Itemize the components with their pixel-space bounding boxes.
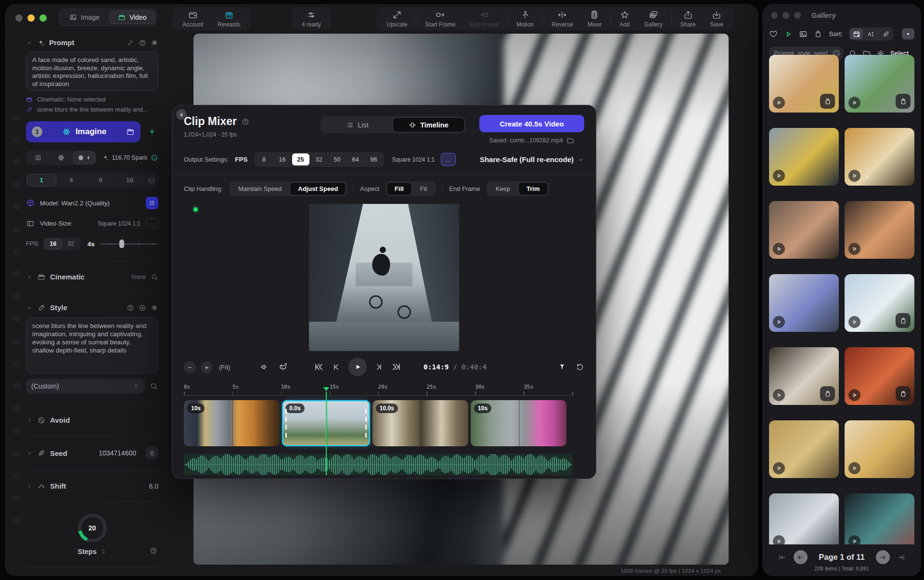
imagine-button[interactable]: 1 Imagine [26,121,141,142]
timeline-clip-dalmatian-dogs-clip[interactable]: 10.0s [372,400,468,446]
output-fps-option-50[interactable]: 50 [329,153,346,165]
output-fps-option-25[interactable]: 25 [292,153,309,165]
slider-knob[interactable] [119,240,124,248]
images-filter-icon[interactable] [799,30,808,38]
play-icon[interactable] [773,170,785,182]
clear-prompt-icon[interactable] [151,39,158,47]
loop-off-icon[interactable] [278,362,288,372]
speaker-icon[interactable] [260,362,270,372]
search-icon[interactable] [151,273,158,281]
favorites-filter-icon[interactable] [769,30,778,38]
prompt-input[interactable]: A face made of colored sand, artistic, m… [26,51,158,91]
play-icon[interactable] [773,389,785,401]
sort-by-name-button[interactable] [864,28,877,39]
play-icon[interactable] [773,243,785,255]
prompt-header[interactable]: Prompt [26,38,158,47]
video-size-row[interactable]: Video Size: Square 1024 1:1 ... [26,218,158,228]
batch-option-1[interactable]: 1 [27,174,56,186]
speed-option-adjust-speed[interactable]: Adjust Speed [290,183,346,195]
account-button[interactable]: Account [175,10,210,28]
archive-filter-icon[interactable] [814,30,822,38]
gallery-thumbnail-singing-woman[interactable] [845,201,914,259]
aspect-option-fill[interactable]: Fill [387,183,411,195]
zoom-in-button[interactable]: + [201,361,213,373]
model-grid-button[interactable] [146,197,158,209]
sidebar-fps-option-16[interactable]: 16 [44,239,62,249]
trim-handle-right[interactable] [364,406,368,441]
wand-icon[interactable] [127,39,134,47]
output-fps-option-8[interactable]: 8 [256,153,273,165]
play-button[interactable] [348,358,367,376]
turbo-compute-option[interactable] [73,151,95,164]
output-fps-option-96[interactable]: 96 [365,153,383,165]
previous-page-button[interactable] [794,550,808,564]
reset-icon[interactable] [576,363,584,371]
share-safe-dropdown[interactable]: Share-Safe (Full re-encode) [480,155,584,164]
output-fps-option-64[interactable]: 64 [347,153,364,165]
gallery-thumbnail-shocked-man[interactable] [769,201,839,259]
tab-image[interactable]: Image [61,11,108,24]
steps-knob[interactable]: 20 [78,514,107,542]
timeline-clip-news-reporter-clip[interactable]: 10s [184,400,280,446]
fit-label[interactable]: (Fit) [219,364,230,371]
search-icon[interactable] [150,382,158,391]
gallery-thumbnail-yellow-vending-room[interactable] [845,128,914,186]
cloud-compute-option[interactable] [50,151,72,164]
local-compute-option[interactable] [27,151,49,164]
reverse-button[interactable]: Reverse [544,10,580,28]
gallery-thumbnail-red-creature[interactable] [845,347,914,405]
sort-by-seed-button[interactable] [879,28,892,39]
help-icon[interactable] [139,39,146,47]
play-icon[interactable] [848,97,860,109]
gallery-thumbnail-pink-van-road[interactable] [845,55,914,113]
gallery-thumbnail-gold-dress-woman[interactable] [769,420,839,478]
archive-icon[interactable] [820,386,835,401]
zoom-out-button[interactable]: − [184,361,196,373]
play-icon[interactable] [773,462,785,474]
decrement-icon[interactable] [148,177,155,184]
gallery-thumbnail-white-cathedral[interactable] [845,274,914,332]
stepper-chevrons-icon[interactable] [100,548,107,555]
motion-button[interactable]: Motion [509,10,541,28]
style-note[interactable]: scene blurs the line between reality and… [26,106,158,113]
info-icon[interactable] [151,154,158,162]
batch-option-16[interactable]: 16 [116,174,144,186]
gallery-thumbnail-robot-figure[interactable] [769,274,839,332]
clear-style-icon[interactable] [151,304,158,312]
time-ruler[interactable]: 0s5s10s15s20s25s30s35s [184,383,572,396]
gallery-thumbnail-clay-duck-houses[interactable] [769,55,839,113]
duration-slider[interactable] [100,243,158,245]
add-button[interactable]: Add [612,10,637,28]
sort-by-date-button[interactable] [850,28,863,39]
play-icon[interactable] [773,316,785,328]
aspect-option-fit[interactable]: Fit [412,183,435,195]
upscale-button[interactable]: Upscale [379,10,414,28]
saved-file-row[interactable]: Saved: comb...109282.mp4 [489,137,575,144]
close-window-button[interactable] [771,12,778,19]
batch-option-4[interactable]: 4 [57,174,86,186]
batch-option-9[interactable]: 9 [87,174,115,186]
audio-waveform[interactable] [184,454,572,475]
play-icon[interactable] [848,389,860,401]
gallery-thumbnail-wolf-snow[interactable] [769,493,839,544]
zoom-window-button[interactable] [39,14,47,22]
output-fps-option-32[interactable]: 32 [310,153,328,165]
sidebar-fps-option-32[interactable]: 32 [62,239,80,249]
seed-value[interactable]: 1034714600 [99,449,136,457]
cinematic-section[interactable]: Cinematic None [26,273,158,281]
gallery-thumbnail-dark-tentacles[interactable] [845,493,914,544]
skip-to-end-icon[interactable] [392,362,401,372]
output-size-more-button[interactable]: ... [441,153,456,166]
folder-icon[interactable] [566,137,574,144]
videos-filter-icon[interactable] [784,30,793,38]
video-size-more-button[interactable]: ... [146,218,158,228]
minimize-window-button[interactable] [783,12,789,19]
start-frame-button[interactable]: Start Frame [418,10,462,28]
help-icon[interactable] [127,304,134,312]
play-icon[interactable] [848,462,860,474]
avoid-section[interactable]: Avoid [26,416,158,424]
tab-timeline[interactable]: Timeline [393,118,464,132]
ready-queue-button[interactable]: 4 ready [295,10,328,28]
shift-section[interactable]: Shift 8.0 [26,482,158,490]
add-style-icon[interactable] [139,304,146,312]
